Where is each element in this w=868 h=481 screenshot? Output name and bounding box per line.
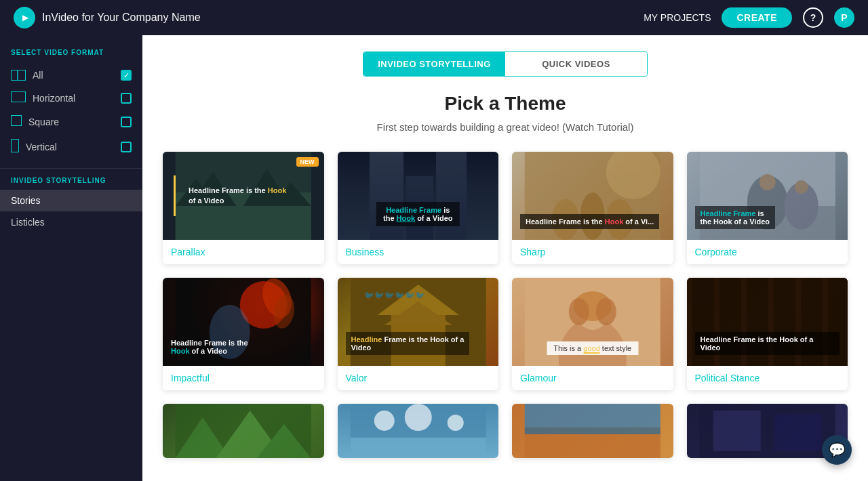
sidebar: SELECT VIDEO FORMAT All Horizontal	[0, 35, 142, 481]
tab-quick-videos[interactable]: QUICK VIDEOS	[505, 52, 647, 76]
theme-thumb-parallax: Headline Frame is the Hook of a Video NE…	[163, 152, 324, 240]
svg-rect-51	[525, 434, 660, 458]
theme-card-sharp[interactable]: Headline Frame is the Hook of a Vi... Sh…	[512, 152, 673, 264]
svg-rect-44	[350, 438, 486, 458]
format-section-title: SELECT VIDEO FORMAT	[0, 49, 142, 64]
header-right: MY PROJECTS CREATE ? P	[644, 7, 854, 28]
theme-card-parallax[interactable]: Headline Frame is the Hook of a Video NE…	[163, 152, 324, 264]
theme-name-impactful: Impactful	[163, 366, 324, 390]
theme-thumb-bt3	[512, 404, 673, 458]
theme-name-business: Business	[338, 240, 499, 264]
horizontal-icon	[11, 91, 26, 104]
theme-name-sharp: Sharp	[512, 240, 673, 264]
theme-grid-bottom	[163, 404, 848, 458]
square-icon	[11, 115, 22, 128]
parallax-decoration	[174, 175, 176, 216]
watch-tutorial-link[interactable]: (Watch Tutorial)	[562, 121, 633, 133]
vertical-checkbox[interactable]	[121, 142, 132, 152]
theme-grid: Headline Frame is the Hook of a Video NE…	[163, 152, 848, 390]
theme-card-corporate[interactable]: Headline Frame isthe Hook of a Video Cor…	[687, 152, 848, 264]
svg-rect-50	[525, 427, 660, 434]
header: InVideo for Your Company Name MY PROJECT…	[0, 0, 868, 35]
svg-point-46	[404, 404, 431, 431]
sidebar-horizontal-label: Horizontal	[33, 93, 75, 104]
theme-card-political-stance[interactable]: Headline Frame is the Hook of a Video Po…	[687, 278, 848, 390]
sidebar-item-stories[interactable]: Stories	[0, 190, 142, 211]
theme-thumb-impactful: Headline Frame is theHook of a Video	[163, 278, 324, 366]
sidebar-item-listicles[interactable]: Listicles	[0, 211, 142, 233]
svg-point-38	[596, 298, 616, 325]
help-button[interactable]: ?	[803, 7, 823, 28]
storytelling-section-title: INVIDEO STORYTELLING	[0, 177, 142, 190]
theme-card-glamour[interactable]: This is a good text style Glamour	[512, 278, 673, 390]
new-badge: NEW	[296, 157, 319, 167]
content-area: INVIDEO STORYTELLING QUICK VIDEOS Pick a…	[142, 35, 868, 481]
theme-thumb-valor: 🐦🐦🐦🐦🐦🐦 Headline Frame is the Hook of aVi…	[338, 278, 499, 366]
svg-rect-54	[774, 414, 821, 451]
vertical-icon	[11, 139, 19, 154]
corporate-headline: Headline Frame isthe Hook of a Video	[695, 206, 775, 229]
theme-card-impactful[interactable]: Headline Frame is theHook of a Video Imp…	[163, 278, 324, 390]
sidebar-item-square[interactable]: Square	[0, 110, 142, 133]
svg-rect-3	[11, 115, 22, 126]
avatar-button[interactable]: P	[834, 7, 854, 28]
sidebar-all-label: All	[33, 70, 43, 81]
svg-rect-53	[713, 411, 760, 451]
chat-icon: 💬	[829, 442, 846, 458]
svg-point-47	[447, 415, 463, 431]
theme-name-valor: Valor	[338, 366, 499, 390]
theme-thumb-business: Headline Frame isthe Hook of a Video	[338, 152, 499, 240]
theme-name-corporate: Corporate	[687, 240, 848, 264]
sidebar-item-vertical[interactable]: Vertical	[0, 133, 142, 160]
header-left: InVideo for Your Company Name	[14, 7, 201, 28]
impactful-headline: Headline Frame is theHook of a Video	[171, 339, 248, 355]
sidebar-item-horizontal[interactable]: Horizontal	[0, 86, 142, 110]
svg-rect-0	[11, 70, 26, 81]
theme-name-parallax: Parallax	[163, 240, 324, 264]
business-headline: Headline Frame isthe Hook of a Video	[376, 202, 459, 226]
svg-rect-2	[11, 91, 26, 102]
main-layout: SELECT VIDEO FORMAT All Horizontal	[0, 35, 868, 481]
sharp-headline: Headline Frame is the Hook of a Vi...	[520, 214, 659, 229]
theme-card-business[interactable]: Headline Frame isthe Hook of a Video Bus…	[338, 152, 499, 264]
my-projects-link[interactable]: MY PROJECTS	[644, 12, 711, 23]
sidebar-divider	[0, 168, 142, 169]
app-title: InVideo for Your Company Name	[42, 12, 201, 24]
theme-card-bt1[interactable]	[163, 404, 324, 458]
theme-thumb-glamour: This is a good text style	[512, 278, 673, 366]
create-button[interactable]: CREATE	[722, 7, 792, 28]
glamour-headline: This is a good text style	[547, 341, 638, 355]
political-headline: Headline Frame is the Hook of a Video	[695, 332, 840, 355]
sidebar-vertical-label: Vertical	[26, 142, 57, 152]
theme-card-valor[interactable]: 🐦🐦🐦🐦🐦🐦 Headline Frame is the Hook of aVi…	[338, 278, 499, 390]
chat-widget[interactable]: 💬	[822, 435, 852, 465]
tab-storytelling[interactable]: INVIDEO STORYTELLING	[363, 52, 505, 76]
theme-name-glamour: Glamour	[512, 366, 673, 390]
parallax-headline: Headline Frame is the Hook of a Video	[183, 180, 292, 212]
logo-play-button[interactable]	[14, 7, 35, 28]
theme-thumb-bt1	[163, 404, 324, 458]
square-checkbox[interactable]	[121, 117, 132, 127]
svg-rect-4	[11, 139, 19, 152]
sidebar-square-label: Square	[28, 117, 59, 127]
svg-point-37	[569, 298, 589, 325]
svg-rect-49	[525, 404, 660, 427]
horizontal-checkbox[interactable]	[121, 93, 132, 104]
tab-switcher: INVIDEO STORYTELLING QUICK VIDEOS	[363, 51, 648, 77]
theme-thumb-corporate: Headline Frame isthe Hook of a Video	[687, 152, 848, 240]
page-subtitle: First step towards building a great vide…	[163, 121, 848, 133]
valor-headline: Headline Frame is the Hook of aVideo	[346, 332, 470, 355]
theme-card-bt2[interactable]	[338, 404, 499, 458]
theme-thumb-political: Headline Frame is the Hook of a Video	[687, 278, 848, 366]
subtitle-text: First step towards building a great vide…	[377, 121, 559, 133]
svg-point-45	[374, 411, 394, 431]
theme-card-bt3[interactable]	[512, 404, 673, 458]
all-icon	[11, 70, 26, 81]
sidebar-item-all[interactable]: All	[0, 64, 142, 86]
page-title: Pick a Theme	[163, 93, 848, 114]
all-checkbox[interactable]	[121, 70, 132, 81]
theme-thumb-bt2	[338, 404, 499, 458]
theme-name-political-stance: Political Stance	[687, 366, 848, 390]
theme-thumb-sharp: Headline Frame is the Hook of a Vi...	[512, 152, 673, 240]
